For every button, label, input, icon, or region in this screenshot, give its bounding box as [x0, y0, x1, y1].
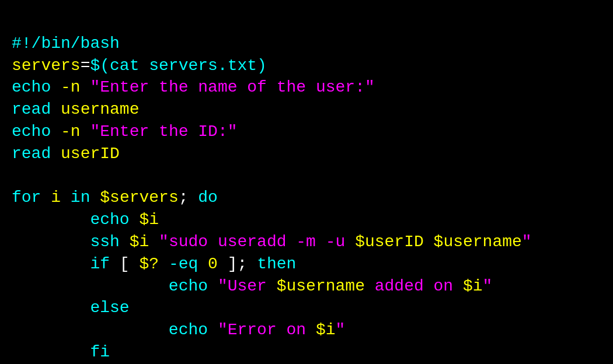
code-token: "	[336, 321, 346, 339]
code-token	[51, 145, 61, 163]
code-line-read-username: read username	[12, 99, 601, 121]
code-token	[61, 188, 71, 206]
code-token: "Enter the name of the user:"	[90, 78, 374, 96]
code-token	[12, 233, 90, 251]
code-token: -n	[61, 78, 81, 96]
code-token: for	[12, 188, 41, 206]
code-token	[130, 211, 140, 229]
code-token: $username	[434, 233, 522, 251]
code-token: "	[522, 233, 532, 251]
code-token: i	[51, 188, 61, 206]
code-token: echo	[90, 211, 129, 229]
code-token: read	[12, 145, 51, 163]
code-token: "	[483, 277, 493, 295]
code-token	[208, 277, 218, 295]
code-token: #!/bin/bash	[12, 34, 120, 52]
code-token: added on	[365, 277, 463, 295]
code-line-echo-username-prompt: echo -n "Enter the name of the user:"	[12, 76, 601, 99]
code-token	[120, 233, 130, 251]
code-line-echo-error: echo "Error on $i"	[12, 319, 601, 341]
code-token: $userID	[355, 233, 424, 251]
code-token: echo	[12, 123, 51, 141]
code-token: servers	[12, 57, 81, 75]
code-token: "Enter the ID:"	[90, 123, 237, 141]
code-token: in	[71, 188, 90, 206]
code-token	[12, 343, 90, 361]
code-token	[90, 188, 100, 206]
code-token: 0	[208, 255, 218, 273]
code-token: $i	[316, 321, 336, 339]
code-token: $?	[139, 255, 159, 273]
code-line-for-loop: for i in $servers; do	[12, 187, 601, 209]
code-token: -eq	[169, 255, 198, 273]
code-token: $username	[277, 277, 365, 295]
code-token: "sudo useradd -m -u	[159, 233, 355, 251]
code-token	[424, 233, 434, 251]
code-token: ];	[218, 255, 257, 273]
code-token: echo	[169, 277, 208, 295]
code-token: echo	[169, 321, 208, 339]
code-token	[208, 321, 218, 339]
code-token: username	[61, 100, 139, 118]
code-line-if-stmt: if [ $? -eq 0 ]; then	[12, 253, 601, 275]
code-token: userID	[61, 145, 120, 163]
code-line-else-stmt: else	[12, 297, 601, 319]
code-token: ;	[179, 188, 198, 206]
code-line-echo-id-prompt: echo -n "Enter the ID:"	[12, 121, 601, 143]
code-token: ssh	[90, 233, 119, 251]
code-token: $servers	[100, 188, 178, 206]
code-token: -n	[61, 123, 81, 141]
code-line-shebang: #!/bin/bash	[12, 33, 601, 55]
code-token	[12, 321, 169, 339]
code-token: $i	[139, 211, 159, 229]
code-token	[198, 255, 208, 273]
code-line-ssh-cmd: ssh $i "sudo useradd -m -u $userID $user…	[12, 231, 601, 253]
code-token: $i	[463, 277, 483, 295]
code-editor: #!/bin/bashservers=$(cat servers.txt)ech…	[12, 10, 601, 364]
code-token	[12, 211, 90, 229]
code-line-blank1	[12, 165, 601, 187]
code-token: echo	[12, 78, 51, 96]
code-token: $i	[130, 233, 149, 251]
code-line-servers-var: servers=$(cat servers.txt)	[12, 55, 601, 77]
code-token: "User	[218, 277, 277, 295]
code-token	[12, 277, 169, 295]
code-token: $(cat servers.txt)	[90, 57, 266, 75]
code-token: =	[81, 57, 90, 75]
code-token	[81, 78, 90, 96]
code-token	[51, 123, 61, 141]
code-token	[51, 100, 61, 118]
code-line-echo-success: echo "User $username added on $i"	[12, 275, 601, 298]
code-token: else	[90, 299, 129, 317]
code-token	[12, 299, 90, 317]
code-token: fi	[90, 343, 110, 361]
code-line-read-userid: read userID	[12, 143, 601, 165]
code-token	[81, 123, 90, 141]
code-token: if	[90, 255, 110, 273]
code-token	[41, 188, 51, 206]
code-token	[51, 78, 61, 96]
code-line-fi-stmt: fi	[12, 341, 601, 363]
code-token: "Error on	[218, 321, 316, 339]
code-token: then	[257, 255, 296, 273]
code-token	[149, 233, 159, 251]
code-token: read	[12, 100, 51, 118]
code-token	[159, 255, 169, 273]
code-token	[12, 255, 90, 273]
code-token: [	[110, 255, 139, 273]
code-line-echo-i: echo $i	[12, 209, 601, 231]
code-token: do	[198, 188, 218, 206]
